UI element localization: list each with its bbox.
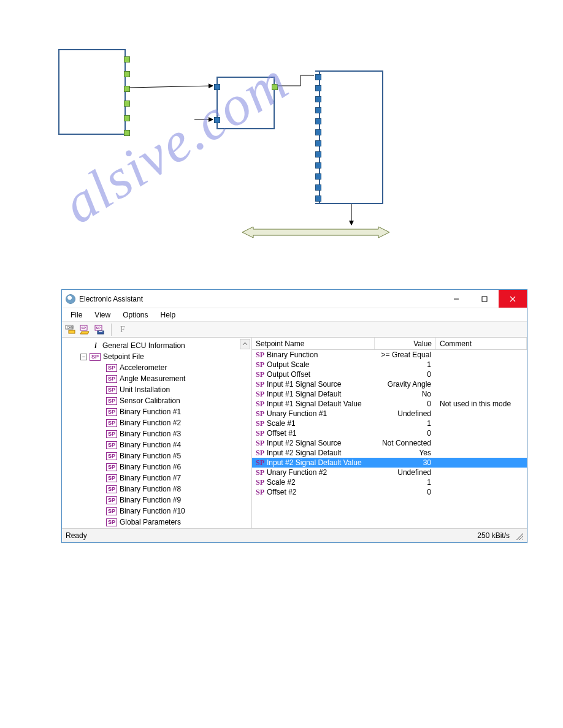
tree-label: Accelerometer bbox=[120, 362, 167, 373]
sp-prefix: SP bbox=[252, 390, 267, 399]
tree-item[interactable]: SPBinary Function #6 bbox=[67, 461, 249, 472]
sp-icon: SP bbox=[106, 485, 117, 493]
svg-marker-0 bbox=[242, 227, 389, 238]
diagram-bus-arrow bbox=[242, 227, 389, 238]
tree-item[interactable]: SPBinary Function #8 bbox=[67, 483, 249, 495]
toolbar: CAN SP SP F bbox=[62, 322, 527, 338]
diagram-connectors bbox=[58, 46, 402, 251]
cell-name: Output Offset bbox=[267, 370, 375, 379]
maximize-button[interactable] bbox=[470, 290, 499, 308]
cell-value: 0 bbox=[375, 400, 436, 408]
sp-icon: SP bbox=[106, 408, 117, 416]
tree-label: Global Parameters bbox=[120, 517, 181, 528]
sp-icon: SP bbox=[106, 463, 117, 471]
grid-row[interactable]: SPScale #21 bbox=[252, 477, 527, 487]
tree-label: Binary Function #8 bbox=[120, 483, 181, 495]
close-button[interactable] bbox=[499, 290, 527, 308]
cell-name: Scale #2 bbox=[267, 478, 375, 487]
toolbar-sp-save-icon[interactable]: SP bbox=[94, 324, 106, 336]
cell-name: Scale #1 bbox=[267, 419, 375, 428]
toolbar-can-icon[interactable]: CAN bbox=[64, 324, 77, 336]
tree-item[interactable]: SPBinary Function #1 bbox=[67, 406, 249, 417]
cell-value: 0 bbox=[375, 429, 436, 438]
tree-item[interactable]: SPBinary Function #2 bbox=[67, 417, 249, 428]
tree-item[interactable]: SPUnit Installation bbox=[67, 384, 249, 395]
cell-value: 30 bbox=[375, 458, 436, 467]
grid-row[interactable]: SPOffset #20 bbox=[252, 487, 527, 497]
svg-text:CAN: CAN bbox=[67, 325, 74, 329]
tree-item[interactable]: SPGlobal Parameters bbox=[67, 517, 249, 528]
sp-icon: SP bbox=[106, 518, 117, 526]
app-window: Electronic Assistant File View Options H… bbox=[61, 289, 527, 543]
cell-value: 0 bbox=[375, 370, 436, 379]
cell-value: Undefined bbox=[375, 468, 436, 477]
menu-view[interactable]: View bbox=[90, 309, 115, 320]
toolbar-flash-icon[interactable]: F bbox=[117, 324, 129, 336]
grid-row[interactable]: SPInput #2 Signal SourceNot Connected bbox=[252, 438, 527, 448]
tree-item[interactable]: SPBinary Function #7 bbox=[67, 472, 249, 483]
grid-row[interactable]: SPInput #1 Signal Default Value0Not used… bbox=[252, 399, 527, 409]
column-header-name[interactable]: Setpoint Name bbox=[252, 338, 375, 349]
tree-label: Binary Function #3 bbox=[120, 428, 181, 439]
minimize-button[interactable] bbox=[442, 290, 470, 308]
sp-prefix: SP bbox=[252, 488, 267, 497]
statusbar: Ready 250 kBit/s bbox=[62, 529, 527, 542]
tree-label: Setpoint File bbox=[103, 351, 144, 362]
tree-label: Binary Function #4 bbox=[120, 439, 181, 450]
tree-item[interactable]: SPAccelerometer bbox=[67, 362, 249, 373]
tree-label: Binary Function #5 bbox=[120, 450, 181, 461]
tree-item[interactable]: SPBinary Function #4 bbox=[67, 439, 249, 450]
grid-row[interactable]: SPOutput Offset0 bbox=[252, 370, 527, 379]
sp-icon: SP bbox=[106, 419, 117, 427]
column-header-value[interactable]: Value bbox=[375, 338, 436, 349]
tree-item[interactable]: SPSensor Calibration bbox=[67, 395, 249, 406]
sp-icon: SP bbox=[106, 375, 117, 383]
grid-row[interactable]: SPScale #11 bbox=[252, 419, 527, 428]
cell-value: 1 bbox=[375, 360, 436, 369]
tree-collapse-icon[interactable]: − bbox=[80, 354, 87, 360]
tree-item[interactable]: SPBinary Function #3 bbox=[67, 428, 249, 439]
menu-file[interactable]: File bbox=[66, 309, 87, 320]
sp-icon: SP bbox=[106, 386, 117, 394]
grid-row[interactable]: SPOutput Scale1 bbox=[252, 360, 527, 370]
tree-item[interactable]: SPBinary Function #5 bbox=[67, 450, 249, 461]
scroll-up-button[interactable] bbox=[240, 339, 250, 349]
menu-options[interactable]: Options bbox=[118, 309, 153, 320]
titlebar: Electronic Assistant bbox=[62, 290, 527, 308]
column-header-comment[interactable]: Comment bbox=[436, 338, 527, 349]
grid-row[interactable]: SPUnary Function #2Undefined bbox=[252, 468, 527, 477]
tree-setpoint-file[interactable]: −SPSetpoint File bbox=[67, 351, 249, 362]
sp-prefix: SP bbox=[252, 429, 267, 438]
svg-rect-1 bbox=[482, 297, 487, 301]
cell-name: Input #2 Signal Source bbox=[267, 439, 375, 447]
sp-prefix: SP bbox=[252, 400, 267, 409]
grid-row[interactable]: SPInput #1 Signal DefaultNo bbox=[252, 389, 527, 399]
grid-row[interactable]: SPInput #2 Signal DefaultYes bbox=[252, 448, 527, 458]
menu-help[interactable]: Help bbox=[156, 309, 181, 320]
sp-icon: SP bbox=[106, 364, 117, 372]
grid-row[interactable]: SPOffset #10 bbox=[252, 428, 527, 438]
tree-pane[interactable]: iGeneral ECU Information−SPSetpoint File… bbox=[62, 338, 252, 528]
cell-value: No bbox=[375, 390, 436, 398]
toolbar-sp-open-icon[interactable]: SP bbox=[79, 324, 91, 336]
grid-row[interactable]: SPBinary Function>= Great Equal bbox=[252, 350, 527, 360]
tree-item[interactable]: SPAngle Measurement bbox=[67, 373, 249, 384]
sp-icon: SP bbox=[106, 452, 117, 460]
tree-general-info[interactable]: iGeneral ECU Information bbox=[67, 340, 249, 351]
status-bitrate: 250 kBit/s bbox=[477, 531, 510, 540]
grid-row[interactable]: SPInput #1 Signal SourceGravity Angle bbox=[252, 379, 527, 389]
cell-name: Input #1 Signal Default bbox=[267, 390, 375, 398]
grid-row[interactable]: SPInput #2 Signal Default Value30 bbox=[252, 458, 527, 468]
sp-prefix: SP bbox=[252, 478, 267, 487]
svg-text:SP: SP bbox=[82, 326, 86, 330]
status-text: Ready bbox=[66, 531, 87, 540]
sp-prefix: SP bbox=[252, 439, 267, 448]
window-title: Electronic Assistant bbox=[79, 295, 143, 303]
tree-label: Sensor Calibration bbox=[120, 395, 180, 406]
grid-row[interactable]: SPUnary Function #1Undefined bbox=[252, 409, 527, 419]
resize-grip[interactable] bbox=[515, 531, 523, 540]
tree-item[interactable]: SPBinary Function #10 bbox=[67, 506, 249, 517]
tree-item[interactable]: SPBinary Function #9 bbox=[67, 495, 249, 506]
cell-name: Binary Function bbox=[267, 351, 375, 359]
cell-value: Not Connected bbox=[375, 439, 436, 447]
